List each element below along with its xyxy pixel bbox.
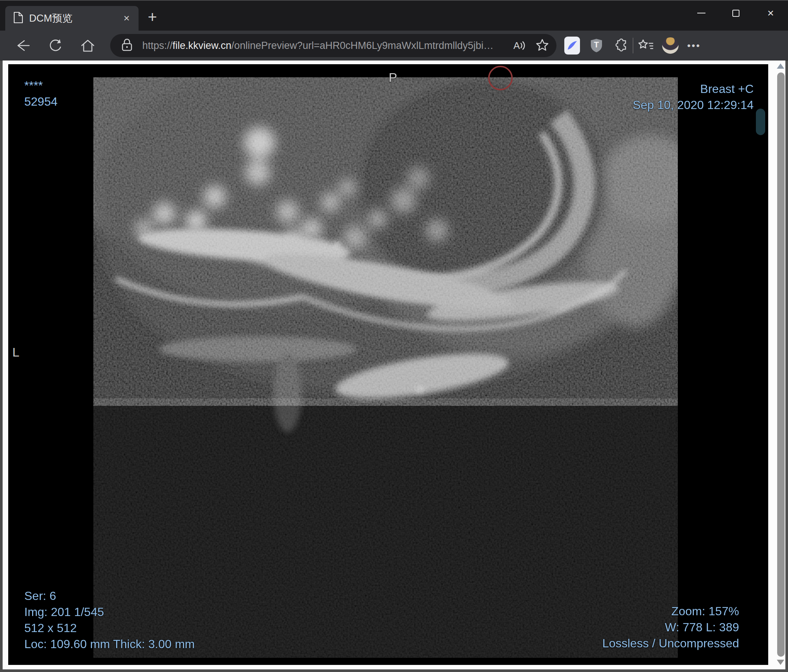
page-scrollbar bbox=[768, 60, 785, 669]
scrollbar-down-arrow-icon[interactable] bbox=[777, 660, 784, 665]
series-scroll-indicator[interactable] bbox=[756, 109, 765, 135]
navigation-toolbar: https://file.kkview.cn/onlinePreview?url… bbox=[0, 31, 788, 60]
overlay-top-right: Breast +C Sep 10, 2020 12:29:14 bbox=[632, 81, 754, 113]
home-button[interactable] bbox=[79, 38, 96, 53]
extensions-button[interactable] bbox=[613, 38, 628, 53]
bird-extension-icon bbox=[564, 36, 580, 54]
more-menu-button[interactable]: ••• bbox=[687, 40, 701, 51]
url-text: https://file.kkview.cn/onlinePreview?url… bbox=[142, 40, 513, 52]
overlay-top-left: **** 52954 bbox=[24, 78, 57, 110]
browser-tab[interactable]: DCM预览 × bbox=[5, 6, 138, 31]
image-number: Img: 201 1/545 bbox=[24, 604, 195, 620]
home-icon bbox=[79, 38, 96, 53]
patient-id-masked: **** bbox=[24, 78, 57, 94]
compression-info: Lossless / Uncompressed bbox=[602, 636, 739, 651]
browser-window: DCM预览 × + × https://file.kkview.cn/onlin… bbox=[0, 0, 788, 672]
mri-image[interactable] bbox=[93, 77, 678, 658]
overlay-bottom-left: Ser: 6 Img: 201 1/545 512 x 512 Loc: 109… bbox=[24, 588, 195, 652]
page-favicon-icon bbox=[13, 11, 23, 25]
red-circle-annotation bbox=[488, 66, 513, 90]
extension-shield-button[interactable]: T bbox=[590, 38, 603, 52]
read-aloud-waves-icon bbox=[520, 40, 526, 52]
zoom-level: Zoom: 157% bbox=[602, 603, 739, 620]
page-body: P L **** 52954 Breast +C Sep 10, 2020 12… bbox=[0, 60, 788, 672]
puzzle-icon bbox=[613, 38, 628, 53]
reload-icon bbox=[47, 38, 63, 53]
profile-button[interactable] bbox=[662, 37, 678, 54]
maximize-icon bbox=[732, 10, 739, 17]
series-number: Ser: 6 bbox=[24, 588, 195, 604]
tab-title: DCM预览 bbox=[29, 11, 120, 25]
reload-button[interactable] bbox=[47, 38, 63, 53]
scrollbar-up-arrow-icon[interactable] bbox=[777, 63, 784, 69]
address-bar[interactable]: https://file.kkview.cn/onlinePreview?url… bbox=[110, 34, 556, 57]
shield-extension-icon: T bbox=[590, 38, 603, 52]
window-level: W: 778 L: 389 bbox=[602, 620, 739, 636]
favorite-star-button[interactable] bbox=[535, 38, 549, 53]
toolbar-divider bbox=[632, 38, 633, 53]
collections-button[interactable] bbox=[638, 38, 653, 52]
study-datetime: Sep 10, 2020 12:29:14 bbox=[632, 97, 754, 113]
dicom-canvas: P L **** 52954 Breast +C Sep 10, 2020 12… bbox=[8, 64, 768, 665]
tab-close-icon[interactable]: × bbox=[120, 12, 133, 24]
url-host: file.kkview.cn bbox=[173, 40, 232, 51]
close-window-button[interactable]: × bbox=[753, 1, 788, 25]
collections-star-icon bbox=[638, 38, 653, 52]
scrollbar-thumb[interactable] bbox=[777, 73, 785, 657]
slice-location: Loc: 109.60 mm Thick: 3.00 mm bbox=[24, 636, 195, 652]
study-description: Breast +C bbox=[632, 81, 754, 97]
read-aloud-button[interactable]: A bbox=[513, 40, 526, 52]
orientation-marker-posterior: P bbox=[382, 70, 404, 85]
window-controls: × bbox=[684, 1, 788, 25]
minimize-button[interactable] bbox=[684, 1, 718, 25]
matrix-size: 512 x 512 bbox=[24, 620, 195, 636]
star-icon bbox=[535, 38, 549, 52]
orientation-marker-left: L bbox=[12, 345, 19, 360]
overlay-bottom-right: Zoom: 157% W: 778 L: 389 Lossless / Unco… bbox=[602, 603, 739, 651]
read-aloud-icon: A bbox=[513, 40, 520, 52]
minimize-icon bbox=[697, 13, 705, 13]
maximize-button[interactable] bbox=[718, 1, 753, 25]
back-button[interactable] bbox=[14, 38, 31, 53]
back-arrow-icon bbox=[14, 38, 31, 53]
lock-icon bbox=[121, 38, 133, 53]
tab-bar: DCM预览 × + × bbox=[0, 1, 788, 31]
new-tab-button[interactable]: + bbox=[143, 8, 162, 27]
patient-number: 52954 bbox=[24, 94, 57, 110]
extension-bird-button[interactable] bbox=[564, 36, 580, 54]
avatar bbox=[662, 37, 678, 54]
